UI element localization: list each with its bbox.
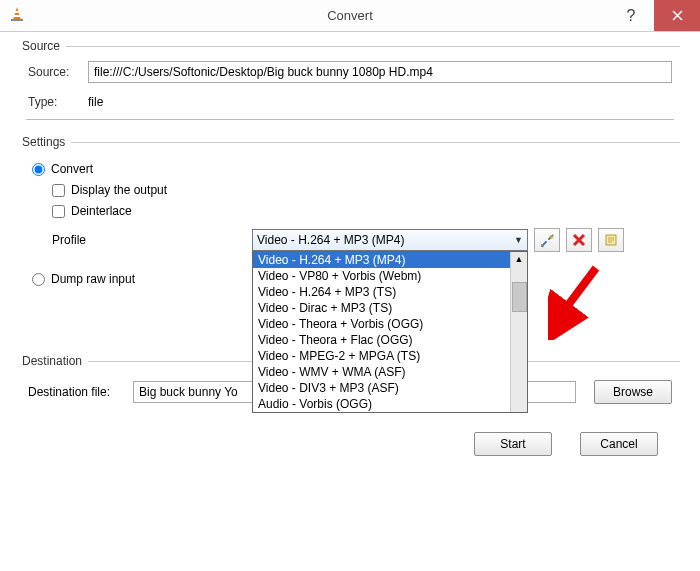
source-group: Source Source: Type: file bbox=[20, 46, 680, 130]
profile-option[interactable]: Video - WMV + WMA (ASF) bbox=[253, 364, 510, 380]
type-value: file bbox=[88, 95, 103, 109]
profile-option[interactable]: Video - H.264 + MP3 (MP4) bbox=[253, 252, 510, 268]
profile-option[interactable]: Video - Dirac + MP3 (TS) bbox=[253, 300, 510, 316]
delete-icon bbox=[572, 233, 586, 247]
delete-profile-button[interactable] bbox=[566, 228, 592, 252]
profile-dropdown[interactable]: Video - H.264 + MP3 (MP4)Video - VP80 + … bbox=[252, 251, 528, 413]
profile-label: Profile bbox=[52, 233, 252, 247]
source-label: Source: bbox=[28, 65, 88, 79]
close-icon bbox=[672, 10, 683, 21]
svg-rect-3 bbox=[11, 19, 23, 21]
profile-option[interactable]: Video - Theora + Flac (OGG) bbox=[253, 332, 510, 348]
title-bar: Convert ? bbox=[0, 0, 700, 32]
profile-combobox[interactable]: Video - H.264 + MP3 (MP4) ▼ bbox=[252, 229, 528, 251]
scroll-thumb[interactable] bbox=[512, 282, 527, 312]
svg-point-4 bbox=[549, 234, 553, 238]
destination-legend: Destination bbox=[20, 354, 88, 368]
help-button[interactable]: ? bbox=[608, 0, 654, 31]
settings-group: Settings Convert Display the output Dein… bbox=[20, 142, 680, 349]
scroll-up-icon[interactable]: ▲ bbox=[515, 254, 524, 264]
display-checkbox[interactable]: Display the output bbox=[52, 183, 668, 197]
window-title: Convert bbox=[327, 8, 373, 23]
divider bbox=[26, 119, 674, 120]
start-button[interactable]: Start bbox=[474, 432, 552, 456]
wrench-icon bbox=[540, 233, 555, 248]
new-profile-button[interactable] bbox=[598, 228, 624, 252]
chevron-down-icon: ▼ bbox=[514, 235, 523, 245]
settings-legend: Settings bbox=[20, 135, 71, 149]
source-input[interactable] bbox=[88, 61, 672, 83]
edit-profile-button[interactable] bbox=[534, 228, 560, 252]
svg-marker-0 bbox=[13, 7, 21, 20]
svg-rect-5 bbox=[540, 244, 543, 247]
browse-button[interactable]: Browse bbox=[594, 380, 672, 404]
profile-option[interactable]: Video - Theora + Vorbis (OGG) bbox=[253, 316, 510, 332]
svg-rect-2 bbox=[14, 15, 20, 17]
deinterlace-checkbox[interactable]: Deinterlace bbox=[52, 204, 668, 218]
profile-option[interactable]: Video - H.264 + MP3 (TS) bbox=[253, 284, 510, 300]
destination-label: Destination file: bbox=[28, 385, 133, 399]
scrollbar[interactable]: ▲ bbox=[510, 252, 527, 412]
profile-option[interactable]: Video - MPEG-2 + MPGA (TS) bbox=[253, 348, 510, 364]
profile-option[interactable]: Video - VP80 + Vorbis (Webm) bbox=[253, 268, 510, 284]
profile-option[interactable]: Audio - Vorbis (OGG) bbox=[253, 396, 510, 412]
svg-rect-1 bbox=[15, 11, 19, 13]
convert-radio[interactable]: Convert bbox=[32, 162, 668, 176]
source-legend: Source bbox=[20, 39, 66, 53]
type-label: Type: bbox=[28, 95, 88, 109]
cancel-button[interactable]: Cancel bbox=[580, 432, 658, 456]
profile-option[interactable]: Video - DIV3 + MP3 (ASF) bbox=[253, 380, 510, 396]
vlc-icon bbox=[8, 5, 26, 26]
close-button[interactable] bbox=[654, 0, 700, 31]
new-icon bbox=[604, 233, 618, 247]
